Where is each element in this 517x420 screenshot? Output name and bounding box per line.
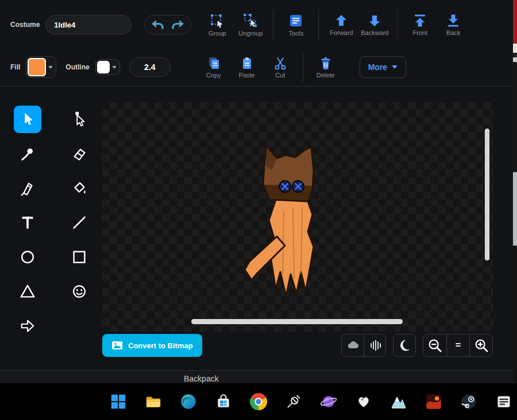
delete-button[interactable]: Delete bbox=[309, 56, 342, 79]
undo-button[interactable] bbox=[148, 17, 167, 33]
copy-icon bbox=[207, 56, 221, 70]
tool-fill[interactable] bbox=[65, 174, 93, 202]
taskbar-chrome-button[interactable] bbox=[249, 392, 268, 411]
tool-brush[interactable] bbox=[14, 140, 41, 168]
copy-button[interactable]: Copy bbox=[197, 56, 230, 79]
tool-text[interactable] bbox=[14, 209, 41, 236]
fill-label: Fill bbox=[10, 63, 20, 71]
toolbar-separator bbox=[0, 86, 513, 87]
taskbar-heart-app-button[interactable] bbox=[354, 392, 373, 411]
taskbar-mountain-app-button[interactable] bbox=[389, 392, 408, 411]
taskbar-satellite-app-button[interactable] bbox=[284, 392, 303, 411]
taskbar-windows-start-button[interactable] bbox=[109, 392, 128, 411]
arrow-up-icon bbox=[334, 14, 348, 28]
group-button[interactable]: Group bbox=[200, 13, 234, 37]
satellite-icon bbox=[285, 394, 302, 410]
group-icon bbox=[210, 13, 225, 28]
backward-button[interactable]: Backward bbox=[358, 14, 391, 36]
taskbar-microsoft-store-button[interactable] bbox=[214, 392, 233, 411]
chrome-browser-icon bbox=[250, 393, 267, 410]
toolbar-divider bbox=[303, 52, 303, 82]
tool-eraser[interactable] bbox=[65, 140, 93, 168]
costume-name-input[interactable] bbox=[45, 15, 132, 34]
smiley-face-icon bbox=[71, 283, 88, 300]
eraser-icon bbox=[71, 145, 88, 162]
chevron-down-icon bbox=[48, 66, 53, 69]
fill-color-picker[interactable] bbox=[26, 56, 56, 78]
text-icon bbox=[19, 214, 36, 231]
canvas-vertical-scrollbar[interactable] bbox=[485, 129, 489, 260]
zoom-out-button[interactable] bbox=[423, 335, 446, 356]
ungroup-icon bbox=[243, 13, 258, 28]
tool-line[interactable] bbox=[65, 209, 93, 236]
windows-logo-icon bbox=[110, 394, 126, 410]
taskbar-edge-button[interactable] bbox=[179, 392, 198, 411]
taskbar-file-explorer-button[interactable] bbox=[144, 392, 163, 411]
game-art-icon bbox=[425, 393, 442, 410]
redo-button[interactable] bbox=[168, 17, 188, 33]
dark-mode-button[interactable] bbox=[393, 335, 415, 356]
paste-icon bbox=[240, 56, 254, 70]
back-button[interactable]: Back bbox=[437, 14, 470, 36]
reshape-cursor-icon bbox=[71, 111, 88, 128]
cut-button[interactable]: Cut bbox=[264, 56, 297, 79]
fill-color-swatch bbox=[28, 58, 46, 76]
outline-label: Outline bbox=[65, 63, 89, 71]
canvas-horizontal-scrollbar[interactable] bbox=[191, 319, 403, 324]
triangle-icon bbox=[19, 283, 36, 300]
stroke-width-input[interactable] bbox=[129, 57, 171, 77]
outline-color-picker[interactable] bbox=[95, 59, 120, 75]
tool-triangle[interactable] bbox=[14, 278, 41, 305]
steam-icon bbox=[460, 393, 477, 410]
tools-icon bbox=[288, 13, 303, 28]
image-icon bbox=[111, 341, 123, 350]
waveform-button[interactable] bbox=[364, 335, 385, 356]
notes-icon bbox=[496, 394, 512, 410]
line-icon bbox=[71, 214, 88, 231]
paint-canvas[interactable] bbox=[102, 102, 493, 332]
undo-icon bbox=[151, 19, 164, 30]
redo-icon bbox=[171, 19, 185, 30]
tools-button[interactable]: Tools bbox=[279, 13, 312, 37]
zoom-in-button[interactable] bbox=[469, 335, 492, 356]
canvas-controls: Convert to Bitmap bbox=[102, 334, 493, 357]
zoom-reset-button[interactable]: = bbox=[446, 335, 469, 356]
cloud-button[interactable] bbox=[342, 335, 364, 356]
brush-icon bbox=[19, 145, 36, 162]
taskbar-steam-button[interactable] bbox=[460, 392, 478, 411]
chevron-down-icon bbox=[112, 66, 117, 69]
more-button[interactable]: More bbox=[360, 56, 406, 78]
costume-label: Costume bbox=[10, 21, 40, 29]
tool-select[interactable] bbox=[14, 106, 41, 133]
convert-to-bitmap-button[interactable]: Convert to Bitmap bbox=[102, 334, 202, 357]
moon-icon bbox=[398, 339, 411, 352]
outline-color-swatch bbox=[97, 61, 110, 73]
ungroup-button[interactable]: Ungroup bbox=[234, 13, 267, 37]
tool-face[interactable] bbox=[65, 278, 93, 305]
tool-palette bbox=[14, 106, 93, 340]
heart-icon bbox=[356, 394, 372, 410]
toolbar-divider bbox=[318, 10, 319, 40]
zoom-controls-group: = bbox=[423, 334, 493, 357]
paste-button[interactable]: Paste bbox=[230, 56, 264, 79]
taskbar-planet-app-button[interactable] bbox=[319, 392, 338, 411]
fill-bucket-icon bbox=[71, 180, 88, 197]
tool-circle[interactable] bbox=[14, 243, 41, 271]
background-window-strip bbox=[513, 0, 517, 383]
taskbar-notes-app-button[interactable] bbox=[495, 392, 513, 411]
cloud-icon bbox=[346, 339, 360, 352]
microsoft-store-icon bbox=[215, 394, 232, 410]
select-cursor-icon bbox=[19, 111, 36, 128]
front-button[interactable]: Front bbox=[403, 14, 437, 36]
taskbar-shooter-game-button[interactable] bbox=[425, 392, 443, 411]
arrow-right-icon bbox=[19, 317, 36, 335]
arrow-down-bar-icon bbox=[446, 14, 460, 28]
mountain-icon bbox=[390, 393, 407, 410]
backpack-bar[interactable]: Backpack bbox=[0, 370, 513, 383]
forward-button[interactable]: Forward bbox=[325, 14, 358, 36]
tool-reshape[interactable] bbox=[65, 106, 93, 133]
tool-arrow[interactable] bbox=[14, 312, 41, 340]
backpack-label: Backpack bbox=[184, 374, 219, 383]
tool-pen[interactable] bbox=[14, 174, 41, 202]
tool-rectangle[interactable] bbox=[65, 243, 93, 271]
